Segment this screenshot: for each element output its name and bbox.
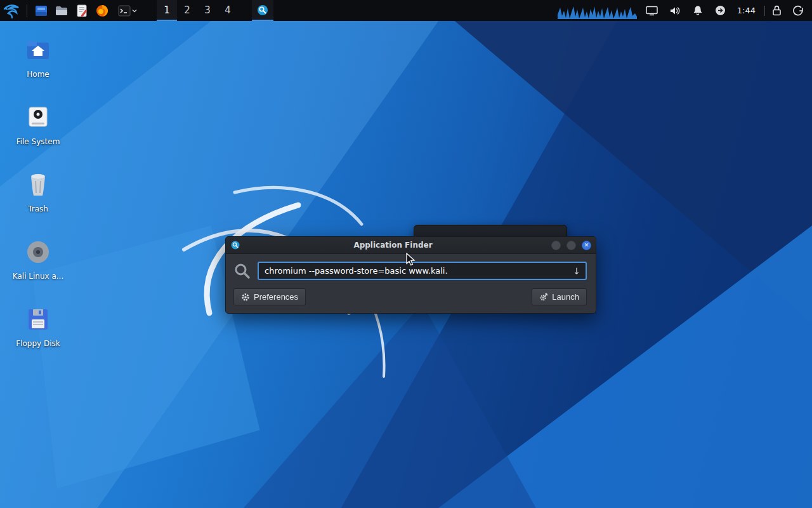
- panel-separator: [27, 4, 27, 17]
- trash-icon: [8, 170, 69, 199]
- firefox-icon: [95, 4, 109, 18]
- terminal-launcher[interactable]: [114, 2, 141, 20]
- workspace-1[interactable]: 1: [157, 0, 177, 21]
- mail-folder-launcher[interactable]: [53, 2, 70, 20]
- firefox-launcher[interactable]: [93, 2, 111, 20]
- preferences-button[interactable]: Preferences: [233, 288, 306, 305]
- search-input[interactable]: [259, 266, 568, 276]
- notification-bell-icon[interactable]: [691, 4, 704, 17]
- folder-icon: [55, 4, 69, 18]
- desktop-icon-label: Kali Linux a...: [8, 272, 69, 281]
- volume-icon[interactable]: [669, 4, 681, 17]
- disc-icon: [8, 237, 69, 267]
- desktop-icon-kali-cd[interactable]: Kali Linux a...: [8, 237, 69, 281]
- launch-icon: [539, 293, 548, 302]
- application-finder-window: Application Finder ✕ ↓: [225, 236, 596, 314]
- desktop-icon-trash[interactable]: Trash: [8, 170, 69, 213]
- desktop-icon-floppy[interactable]: Floppy Disk: [8, 305, 69, 348]
- system-monitor-graph[interactable]: [558, 3, 637, 19]
- desktop-icon-label: File System: [8, 137, 69, 146]
- desktop-icon-filesystem[interactable]: File System: [8, 103, 69, 146]
- workspace-2[interactable]: 2: [177, 0, 197, 21]
- gear-icon: [241, 293, 250, 302]
- launch-button[interactable]: Launch: [532, 288, 587, 305]
- text-editor-icon: [75, 4, 89, 18]
- workspace-4[interactable]: 4: [218, 0, 238, 21]
- titlebar[interactable]: Application Finder ✕: [226, 237, 596, 254]
- desktop-icon-home[interactable]: Home: [8, 36, 69, 79]
- workspace-switcher: 1 2 3 4: [157, 0, 238, 21]
- close-button[interactable]: ✕: [582, 241, 591, 250]
- terminal-icon: [117, 4, 131, 18]
- lock-screen-icon[interactable]: [770, 4, 783, 17]
- status-update-icon[interactable]: [714, 4, 727, 17]
- session-logout-icon[interactable]: [792, 4, 804, 17]
- history-dropdown-arrow-icon[interactable]: ↓: [568, 266, 586, 276]
- applications-menu-button[interactable]: [0, 0, 23, 21]
- kali-logo-icon: [3, 3, 20, 18]
- file-manager-launcher[interactable]: [32, 2, 50, 20]
- search-icon: [233, 262, 251, 280]
- chevron-down-icon: [131, 8, 138, 14]
- appfinder-window-icon: [230, 240, 240, 250]
- maximize-button[interactable]: [566, 241, 576, 250]
- display-settings-icon[interactable]: [646, 4, 658, 17]
- system-tray: [646, 4, 727, 17]
- workspace-3[interactable]: 3: [197, 0, 218, 21]
- desktop-icon-label: Home: [8, 70, 69, 79]
- floppy-icon: [8, 305, 69, 334]
- home-icon: [8, 36, 69, 65]
- panel-clock[interactable]: 1:44: [737, 6, 756, 15]
- file-manager-icon: [34, 4, 48, 18]
- desktop: Home File System Trash: [0, 0, 812, 508]
- panel-separator: [764, 6, 765, 16]
- harddrive-icon: [8, 103, 69, 132]
- text-editor-launcher[interactable]: [73, 2, 91, 20]
- appfinder-icon: [257, 4, 268, 16]
- desktop-icon-label: Floppy Disk: [8, 339, 69, 348]
- window-title: Application Finder: [240, 241, 546, 250]
- top-panel: 1 2 3 4: [0, 0, 812, 21]
- minimize-button[interactable]: [551, 241, 561, 250]
- mouse-cursor: [405, 253, 417, 267]
- desktop-icon-label: Trash: [8, 204, 69, 213]
- taskbar-appfinder-button[interactable]: [252, 0, 273, 21]
- search-field: ↓: [258, 262, 587, 280]
